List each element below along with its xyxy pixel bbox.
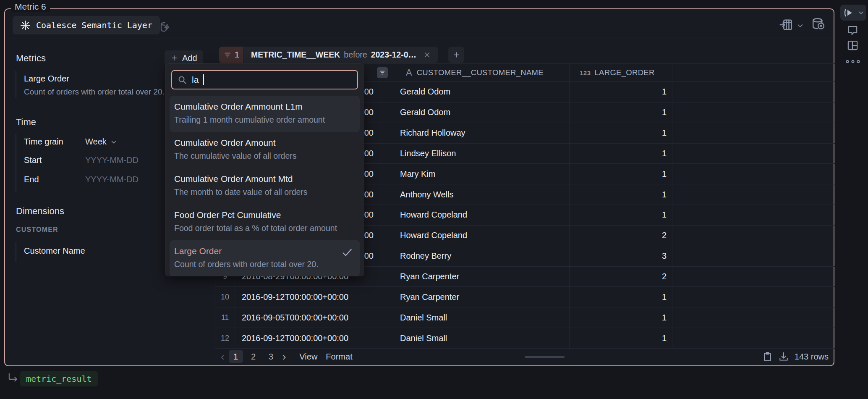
cell-customer-name: Lindsey Ellison (393, 144, 570, 164)
filter-count-chip[interactable]: 1 (219, 47, 243, 63)
time-grain-select[interactable]: Week (85, 137, 117, 147)
time-section-title: Time (16, 117, 36, 128)
metrics-section-title: Metrics (16, 53, 46, 64)
comment-icon[interactable] (846, 24, 859, 36)
cell-empty (672, 123, 834, 143)
table-footer: ‹ 123 › View Format 143 rows (215, 349, 834, 365)
large-order-column-header[interactable]: 123 LARGE_ORDER (570, 64, 672, 81)
cell-customer-name: Gerald Odom (393, 102, 570, 123)
dropdown-option-description: Food order total as a % of total order a… (174, 223, 360, 234)
dropdown-option[interactable]: Cumulative Order Ammount L1mTrailing 1 m… (170, 96, 360, 132)
cell-large-order: 1 (570, 82, 672, 102)
filter-icon (223, 51, 232, 59)
cell-empty (672, 328, 834, 348)
cell-empty (672, 205, 834, 225)
cell-customer-name: Ryan Carpenter (393, 287, 570, 307)
cell-empty (672, 164, 834, 184)
cell-large-order: 2 (570, 226, 672, 246)
dropdown-option[interactable]: Food Order Pct CumulativeFood order tota… (170, 204, 360, 240)
dimension-item[interactable]: Customer Name (24, 246, 85, 256)
metric-item-name[interactable]: Large Order (24, 74, 69, 84)
row-index: 10 (215, 287, 235, 307)
remove-filter-icon[interactable] (423, 51, 431, 59)
chevron-down-icon[interactable] (797, 22, 804, 29)
text-cursor (203, 74, 204, 85)
row-index: 11 (215, 307, 235, 328)
dropdown-option[interactable]: Cumulative Order Amount MtdThe month to … (170, 168, 360, 204)
cell-customer-name: Ryan Carpenter (393, 267, 570, 287)
metric-search-dropdown: la Cumulative Order Ammount L1mTrailing … (165, 63, 364, 276)
page-button[interactable]: 2 (246, 350, 261, 363)
cell-large-order: 1 (570, 287, 672, 307)
source-selector-chip[interactable]: Coalesce Semantic Layer (13, 16, 160, 34)
time-grain-value: Week (85, 137, 107, 147)
cell-customer-name: Anthony Wells (393, 184, 570, 205)
end-label: End (24, 175, 39, 184)
dimension-group-line (16, 242, 16, 262)
cell-large-order: 1 (570, 102, 672, 123)
plus-icon (170, 54, 178, 62)
run-options-chevron-icon[interactable] (858, 10, 864, 16)
page-buttons: 123 (229, 350, 278, 363)
chevron-down-icon (110, 139, 117, 145)
cell-large-order: 1 (570, 307, 672, 328)
cell-empty (672, 267, 834, 287)
cell-customer-name: Rodney Berry (393, 246, 570, 266)
cell-empty (672, 102, 834, 123)
dropdown-option-title: Large Order (174, 246, 360, 257)
format-button[interactable]: Format (326, 352, 352, 362)
more-options-icon[interactable] (845, 59, 860, 64)
filter-chip[interactable]: METRIC_TIME__WEEK before 2023-12-0… (244, 47, 438, 63)
horizontal-scrollbar[interactable] (525, 356, 565, 358)
page-button[interactable]: 3 (264, 350, 278, 363)
view-button[interactable]: View (299, 352, 317, 362)
column-filter-icon[interactable] (377, 67, 388, 78)
source-edit-icon[interactable] (159, 20, 172, 34)
dropdown-option-title: Cumulative Order Ammount L1m (174, 101, 360, 112)
coalesce-snowflake-icon (20, 20, 31, 31)
cell-customer-name: Daniel Small (393, 328, 570, 348)
dimension-group-label: CUSTOMER (16, 226, 58, 234)
metric-search-input[interactable]: la (171, 70, 358, 89)
start-date-input[interactable]: YYYY-MM-DD (85, 155, 139, 165)
copy-icon[interactable] (762, 351, 773, 362)
filter-operator: before (344, 50, 367, 60)
cell-metric-time-week: 2016-09-05T00:00:00+00:00 (235, 307, 393, 328)
cell-customer-name: Howard Copeland (393, 226, 570, 246)
cell-large-order: 3 (570, 246, 672, 266)
header-divider (5, 39, 833, 39)
next-page-icon[interactable]: › (280, 350, 289, 363)
cell-metric-time-week: 2016-09-12T00:00:00+00:00 (235, 328, 393, 348)
dropdown-option[interactable]: Cumulative Order AmountThe cumulative va… (170, 132, 360, 168)
table-row: 102016-09-12T00:00:00+00:00Ryan Carpente… (215, 287, 834, 307)
cell-empty (672, 184, 834, 205)
cell-empty (672, 246, 834, 266)
send-to-table-icon[interactable] (779, 18, 793, 32)
table-row: 112016-09-05T00:00:00+00:00Daniel Small1 (215, 307, 834, 328)
run-icon (843, 8, 854, 18)
filter-value: 2023-12-0… (371, 50, 416, 60)
search-query: la (192, 75, 199, 85)
cell-large-order: 1 (570, 164, 672, 184)
layout-icon[interactable] (846, 39, 859, 52)
cell-empty (672, 82, 834, 102)
dropdown-option-title: Cumulative Order Amount Mtd (174, 173, 360, 184)
dropdown-option-description: Trailing 1 month cumulative order amount (174, 114, 360, 125)
end-date-input[interactable]: YYYY-MM-DD (85, 175, 139, 184)
run-cell-button[interactable] (840, 5, 866, 21)
preview-data-icon[interactable] (811, 17, 826, 32)
dropdown-options: Cumulative Order Ammount L1mTrailing 1 m… (165, 96, 364, 276)
output-variable-chip[interactable]: metric_result (20, 371, 98, 386)
dropdown-option[interactable]: Large OrderCount of orders with order to… (170, 240, 360, 276)
dropdown-option-title: Food Order Pct Cumulative (174, 210, 360, 220)
row-index: 12 (215, 328, 235, 348)
add-filter-button[interactable] (448, 47, 464, 63)
download-icon[interactable] (778, 351, 789, 362)
page-button[interactable]: 1 (229, 350, 243, 363)
customer-column-header[interactable]: A CUSTOMER__CUSTOMER_NAME (393, 64, 570, 81)
metric-item-description: Count of orders with order total over 20… (24, 87, 164, 97)
prev-page-icon[interactable]: ‹ (218, 350, 227, 363)
output-variable-name: metric_result (26, 374, 92, 384)
number-type-icon: 123 (580, 69, 591, 76)
cell-metric-time-week: 2016-09-12T00:00:00+00:00 (235, 287, 393, 307)
